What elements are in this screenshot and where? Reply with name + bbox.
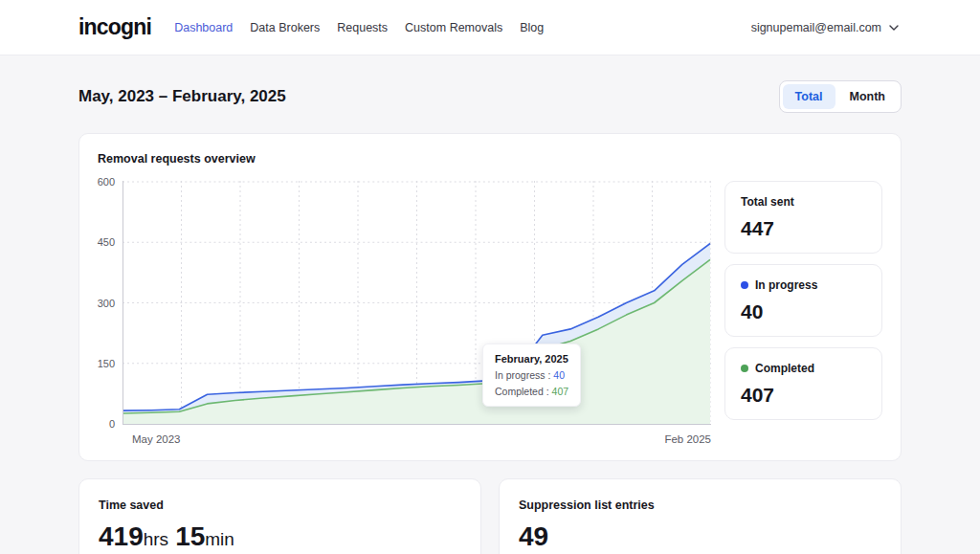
account-menu[interactable]: signupemail@email.com [751,21,900,34]
completed-value: 407 [741,384,866,407]
time-saved-card: Time saved 419hrs15min [78,478,481,554]
in-progress-card: In progress 40 [724,264,882,337]
time-saved-hours: 419 [99,521,144,551]
chart-title: Removal requests overview [98,152,882,166]
y-axis-tick: 450 [98,236,115,248]
in-progress-label: In progress [755,278,817,292]
y-axis-tick: 0 [109,418,115,430]
y-axis-tick: 600 [98,176,115,188]
suppression-list-value: 49 [519,521,881,552]
nav-item-dashboard[interactable]: Dashboard [174,21,233,34]
nav-item-data-brokers[interactable]: Data Brokers [250,21,320,34]
view-toggle: Total Month [779,80,902,113]
total-toggle-button[interactable]: Total [783,84,835,109]
time-saved-minutes-unit: min [205,529,234,549]
incogni-logo[interactable]: incogni [78,14,151,40]
dashboard-content: May, 2023 – February, 2025 Total Month R… [0,55,980,554]
date-range-title: May, 2023 – February, 2025 [78,87,286,106]
chart-area: 0150300450600 February, 2025 In progress… [98,181,711,445]
removal-requests-card: Removal requests overview 0150300450600 … [78,133,902,461]
completed-label-row: Completed [741,362,866,375]
suppression-list-label: Suppression list entries [519,499,881,512]
total-sent-card: Total sent 447 [724,181,882,254]
y-axis-tick: 150 [98,358,115,369]
y-axis-tick: 300 [98,298,115,309]
in-progress-dot-icon [741,281,748,289]
completed-label: Completed [755,362,814,375]
time-saved-minutes: 15 [175,521,205,551]
nav-item-custom-removals[interactable]: Custom Removals [405,21,502,34]
nav-item-requests[interactable]: Requests [337,21,388,34]
in-progress-label-row: In progress [741,278,866,292]
chart-svg [122,181,711,425]
y-axis: 0150300450600 [98,181,122,425]
chart-plot[interactable]: February, 2025 In progress : 40 Complete… [122,181,711,425]
bottom-cards-row: Time saved 419hrs15min Suppression list … [78,478,902,554]
completed-dot-icon [741,365,748,372]
x-axis: May 2023 Feb 2025 [122,433,711,445]
total-sent-value: 447 [741,217,866,240]
in-progress-value: 40 [741,300,866,323]
time-saved-label: Time saved [99,499,461,512]
chevron-down-icon [888,24,900,32]
time-saved-hours-unit: hrs [144,529,168,549]
nav-item-blog[interactable]: Blog [520,21,544,34]
chart-body: 0150300450600 February, 2025 In progress… [98,181,882,445]
x-axis-label-end: Feb 2025 [664,433,711,445]
stats-column: Total sent 447 In progress 40 Completed [724,181,882,445]
account-email: signupemail@email.com [751,21,881,34]
page-header: May, 2023 – February, 2025 Total Month [78,80,902,113]
completed-card: Completed 407 [724,347,882,420]
top-navigation-bar: incogni Dashboard Data Brokers Requests … [0,0,980,55]
month-toggle-button[interactable]: Month [837,84,898,109]
time-saved-value: 419hrs15min [99,521,461,552]
total-sent-label: Total sent [741,195,866,209]
x-axis-label-start: May 2023 [132,433,181,445]
suppression-list-card: Suppression list entries 49 [499,478,902,554]
main-nav: Dashboard Data Brokers Requests Custom R… [174,21,544,34]
